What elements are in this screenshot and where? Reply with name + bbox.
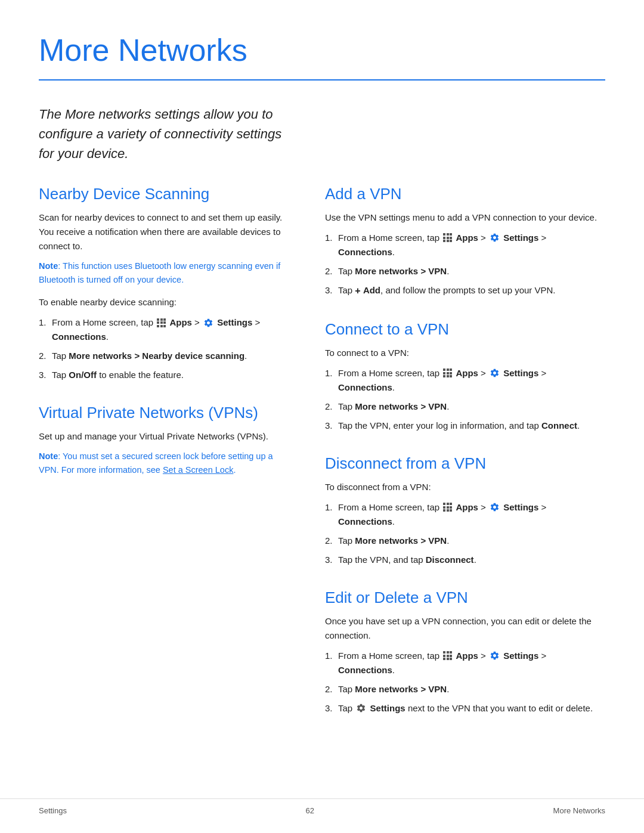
nearby-step-3: 3. Tap On/Off to enable the feature. — [39, 368, 289, 382]
edit-delete-vpn-step-2: 2. Tap More networks > VPN. — [325, 682, 605, 696]
connections-label: Connections — [52, 332, 106, 342]
settings-gear-icon — [203, 318, 213, 328]
page-footer: Settings 62 More Networks — [0, 798, 644, 815]
footer-right: More Networks — [553, 806, 605, 815]
connect-vpn-intro: To connect to a VPN: — [325, 346, 605, 360]
disconnect-vpn-intro: To disconnect from a VPN: — [325, 480, 605, 494]
intro-text: The More networks settings allow you to … — [39, 104, 295, 163]
title-divider — [39, 79, 605, 80]
add-vpn-step-3: 3. Tap + Add, and follow the prompts to … — [325, 283, 605, 299]
apps-icon — [157, 318, 166, 327]
footer-left: Settings — [39, 806, 67, 815]
on-off-label: On/Off — [69, 370, 97, 380]
settings-gear-icon — [490, 233, 500, 243]
settings-gear-icon — [490, 651, 500, 661]
settings-gear-icon — [490, 502, 500, 512]
apps-icon — [443, 368, 452, 377]
apps-icon — [443, 233, 452, 242]
nearby-step-1: 1. From a Home screen, tap Apps > Settin… — [39, 315, 289, 344]
edit-delete-vpn-steps: 1. From a Home screen, tap Apps > Settin… — [325, 649, 605, 716]
right-column: Add a VPN Use the VPN settings menu to a… — [325, 185, 605, 721]
nearby-more-networks: More networks > Nearby device scanning — [69, 351, 244, 361]
apps-icon — [443, 651, 452, 660]
edit-delete-vpn-desc: Once you have set up a VPN connection, y… — [325, 614, 605, 643]
disconnect-vpn-steps: 1. From a Home screen, tap Apps > Settin… — [325, 500, 605, 567]
disconnect-vpn-heading: Disconnect from a VPN — [325, 454, 605, 473]
vpn-desc: Set up and manage your Virtual Private N… — [39, 429, 289, 444]
nearby-device-note: Note: This function uses Bluetooth low e… — [39, 259, 289, 287]
disconnect-vpn-step-2: 2. Tap More networks > VPN. — [325, 534, 605, 548]
step-num: 2. — [39, 349, 47, 363]
add-vpn-heading: Add a VPN — [325, 185, 605, 203]
disconnect-vpn-step-1: 1. From a Home screen, tap Apps > Settin… — [325, 500, 605, 529]
connect-vpn-step-2: 2. Tap More networks > VPN. — [325, 400, 605, 414]
connect-vpn-steps: 1. From a Home screen, tap Apps > Settin… — [325, 366, 605, 433]
left-column: Nearby Device Scanning Scan for nearby d… — [39, 185, 289, 721]
note-label-2: Note — [39, 451, 58, 461]
connect-vpn-heading: Connect to a VPN — [325, 320, 605, 339]
vpn-heading: Virtual Private Networks (VPNs) — [39, 404, 289, 422]
edit-delete-vpn-heading: Edit or Delete a VPN — [325, 589, 605, 607]
two-column-layout: Nearby Device Scanning Scan for nearby d… — [39, 185, 605, 721]
page-title: More Networks — [39, 33, 605, 69]
add-icon: + — [355, 283, 360, 299]
disconnect-vpn-step-3: 3. Tap the VPN, and tap Disconnect. — [325, 553, 605, 567]
connect-vpn-step-3: 3. Tap the VPN, enter your log in inform… — [325, 419, 605, 433]
add-vpn-desc: Use the VPN settings menu to add a VPN c… — [325, 210, 605, 225]
vpn-settings-gear-icon — [356, 703, 366, 713]
apps-icon — [443, 503, 452, 512]
edit-delete-vpn-step-1: 1. From a Home screen, tap Apps > Settin… — [325, 649, 605, 677]
vpn-note: Note: You must set a secured screen lock… — [39, 450, 289, 477]
add-vpn-steps: 1. From a Home screen, tap Apps > Settin… — [325, 231, 605, 299]
edit-delete-vpn-step-3: 3. Tap Settings next to the VPN that you… — [325, 701, 605, 716]
footer-center: 62 — [306, 806, 314, 815]
add-vpn-step-1: 1. From a Home screen, tap Apps > Settin… — [325, 231, 605, 259]
connect-vpn-step-1: 1. From a Home screen, tap Apps > Settin… — [325, 366, 605, 395]
nearby-device-desc: Scan for nearby devices to connect to an… — [39, 210, 289, 253]
settings-label: Settings — [217, 317, 252, 327]
nearby-device-heading: Nearby Device Scanning — [39, 185, 289, 203]
screen-lock-link[interactable]: Set a Screen Lock — [163, 465, 234, 475]
page-content: More Networks The More networks settings… — [0, 0, 644, 769]
nearby-device-intro-step: To enable nearby device scanning: — [39, 295, 289, 309]
settings-gear-icon — [490, 368, 500, 378]
nearby-step-2: 2. Tap More networks > Nearby device sca… — [39, 349, 289, 363]
note-label-1: Note — [39, 261, 58, 271]
step-num: 1. — [39, 315, 47, 330]
apps-label: Apps — [169, 317, 192, 327]
nearby-device-steps: 1. From a Home screen, tap Apps > Settin… — [39, 315, 289, 382]
add-vpn-step-2: 2. Tap More networks > VPN. — [325, 264, 605, 278]
step-num: 3. — [39, 368, 47, 382]
